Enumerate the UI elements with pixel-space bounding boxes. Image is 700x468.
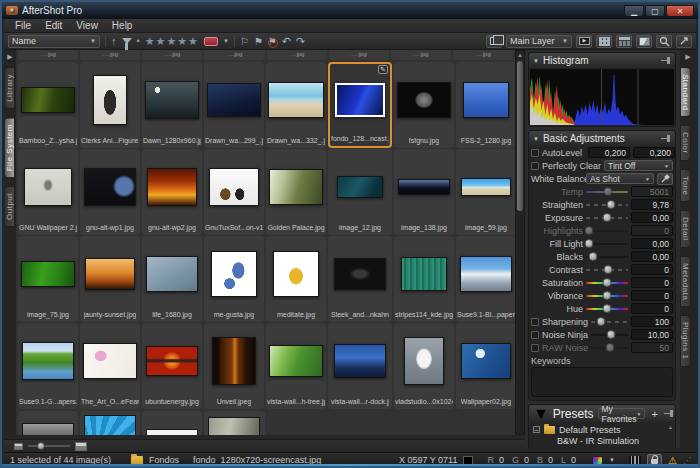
detach-icon[interactable]: [676, 35, 692, 48]
thumbnail-cell[interactable]: vista-wall...r-dock.jpg: [328, 323, 392, 409]
thumbnail-cell[interactable]: Dawn_1280x960.jpg: [142, 62, 202, 148]
color-label-dropdown-icon[interactable]: ▼: [223, 38, 229, 44]
slider[interactable]: [586, 278, 628, 287]
menu-file[interactable]: File: [8, 20, 38, 31]
pin-icon[interactable]: [661, 57, 671, 64]
thumbnail-cell[interactable]: vista-wall...h-tree.jpg: [266, 323, 326, 409]
flag-icon[interactable]: ⚐: [240, 36, 249, 47]
value-field[interactable]: 0: [631, 277, 673, 288]
pin-icon[interactable]: [664, 410, 674, 417]
thumbnail-cell[interactable]: [80, 411, 140, 435]
collapse-icon[interactable]: ▼: [533, 136, 539, 142]
thumbnail-cell[interactable]: Drawn_wa...332_.jpg: [266, 62, 326, 148]
maximize-button[interactable]: ▢: [645, 5, 665, 17]
slider-handle[interactable]: [37, 442, 45, 450]
scrollbar-thumb[interactable]: [517, 61, 523, 211]
thumbnail-cell[interactable]: Suse9.1-G...apers.jpg: [18, 323, 78, 409]
thumbnail-cell[interactable]: GNU Wallpaper 2.jpg: [18, 149, 78, 235]
small-thumbnail-icon[interactable]: [14, 443, 23, 450]
slider[interactable]: [586, 200, 628, 209]
value-field[interactable]: 0,00: [631, 212, 673, 223]
thumbnail-cell[interactable]: image_59.jpg: [456, 149, 515, 235]
sort-direction-icon[interactable]: ↑: [111, 35, 117, 47]
checkbox[interactable]: [531, 149, 539, 157]
collapse-right-panel-icon[interactable]: ▶: [685, 53, 690, 61]
checkbox[interactable]: [531, 162, 539, 170]
thumbnail-cell[interactable]: stripes114_kde.jpg: [394, 236, 454, 322]
image-view-icon[interactable]: [636, 35, 652, 48]
basic-adjustments-header[interactable]: ▼ Basic Adjustments: [529, 131, 675, 146]
thumbnail-cell[interactable]: jaunty-sunset.jpg: [80, 236, 140, 322]
preset-item[interactable]: B&W - Simple: [533, 446, 675, 448]
slider[interactable]: [586, 265, 628, 274]
slider[interactable]: [591, 330, 628, 339]
dropdown[interactable]: Tint Off▼: [604, 160, 673, 171]
slider[interactable]: [586, 239, 628, 248]
value-field[interactable]: 5001: [631, 186, 673, 197]
checkbox[interactable]: [531, 318, 539, 326]
chevron-down-icon[interactable]: ▼: [609, 457, 615, 463]
value-field[interactable]: 9,78: [631, 199, 673, 210]
thumbnail-cell[interactable]: fsfgnu.jpg: [394, 62, 454, 148]
value-field[interactable]: 0,00: [631, 238, 673, 249]
tab-plugins-1[interactable]: Plugins 1: [680, 315, 691, 366]
slider[interactable]: [586, 187, 628, 196]
large-thumbnail-icon[interactable]: [75, 442, 87, 451]
presets-header[interactable]: ▼ Presets My Favorites▼ +: [529, 405, 675, 422]
pin-icon[interactable]: [661, 135, 671, 142]
lock-toggle[interactable]: [647, 454, 662, 467]
slider[interactable]: [591, 317, 628, 326]
minimize-button[interactable]: ▁: [624, 5, 644, 17]
checkbox[interactable]: [531, 344, 539, 352]
thumbnail-cell[interactable]: The_Art_O...eFear.jpg: [80, 323, 140, 409]
layer-dropdown[interactable]: Main Layer▼: [506, 35, 572, 48]
thumbnail-cell[interactable]: Bamboo_Z...ysha.jpg: [18, 62, 78, 148]
thumbnail-cell[interactable]: [18, 411, 78, 435]
filmstrip-icon[interactable]: [629, 456, 641, 465]
histogram-header[interactable]: ▼ Histogram: [529, 53, 675, 68]
tab-detail[interactable]: Detail: [680, 210, 691, 247]
thumbnail-cell[interactable]: Sleek_and...nkahn.jpg: [328, 236, 392, 322]
slider[interactable]: [586, 304, 628, 313]
keywords-input[interactable]: [531, 367, 673, 397]
flag-review-icon[interactable]: ⚑: [254, 36, 263, 47]
slider-handle[interactable]: [584, 239, 593, 248]
color-label-swatch[interactable]: [204, 37, 218, 46]
magnifier-icon[interactable]: [656, 35, 672, 48]
slider[interactable]: [591, 343, 628, 352]
tab-color[interactable]: Color: [680, 125, 691, 161]
thumbnail-cell[interactable]: gnu-alt-wp1.jpg: [80, 149, 140, 235]
slider-handle[interactable]: [603, 187, 612, 196]
thumbnail-cell[interactable]: ubuntuenergy.jpg: [142, 323, 202, 409]
dropdown[interactable]: As Shot▼: [586, 173, 654, 184]
thumbnail-view-icon[interactable]: [596, 35, 612, 48]
thumbnail-cell[interactable]: ✎fondo_128...ncast.jpg: [328, 62, 392, 148]
value-field[interactable]: 50: [631, 342, 673, 353]
tab-library[interactable]: Library: [4, 67, 15, 109]
value-field[interactable]: 0: [631, 290, 673, 301]
thumbnail-cell[interactable]: GnuTuxSof...on-v1.jpg: [204, 149, 264, 235]
tab-metadata[interactable]: Metadata: [680, 256, 691, 307]
slider-handle[interactable]: [588, 252, 597, 261]
folder-name[interactable]: Fondos: [149, 455, 179, 465]
thumbnail-cell[interactable]: Clerks Ani...Figure.jpg: [80, 62, 140, 148]
thumbnail-cell[interactable]: vladstudio...0x1024.jpg: [394, 323, 454, 409]
menu-help[interactable]: Help: [105, 20, 140, 31]
slider[interactable]: [586, 213, 628, 222]
collapse-left-panel-icon[interactable]: ▶: [7, 53, 12, 61]
tab-tone[interactable]: Tone: [680, 169, 691, 202]
tab-output[interactable]: Output: [4, 186, 15, 227]
thumbnail-cell[interactable]: me-gusta.jpg: [204, 236, 264, 322]
value-field[interactable]: 10,00: [631, 329, 673, 340]
slider-handle[interactable]: [607, 330, 616, 339]
tab-file-system[interactable]: File System: [4, 117, 15, 178]
menu-view[interactable]: View: [69, 20, 105, 31]
filter-icon[interactable]: [122, 38, 132, 44]
value-field[interactable]: 0: [631, 303, 673, 314]
checkbox[interactable]: [531, 331, 539, 339]
rotate-left-icon[interactable]: ↶: [282, 35, 291, 47]
thumbnail-cell[interactable]: FSS-2_1280.jpg: [456, 62, 515, 148]
eyedropper-button[interactable]: [657, 173, 673, 185]
thumbnail-cell[interactable]: Unveil.jpeg: [204, 323, 264, 409]
rotate-right-icon[interactable]: ↷: [296, 35, 305, 47]
